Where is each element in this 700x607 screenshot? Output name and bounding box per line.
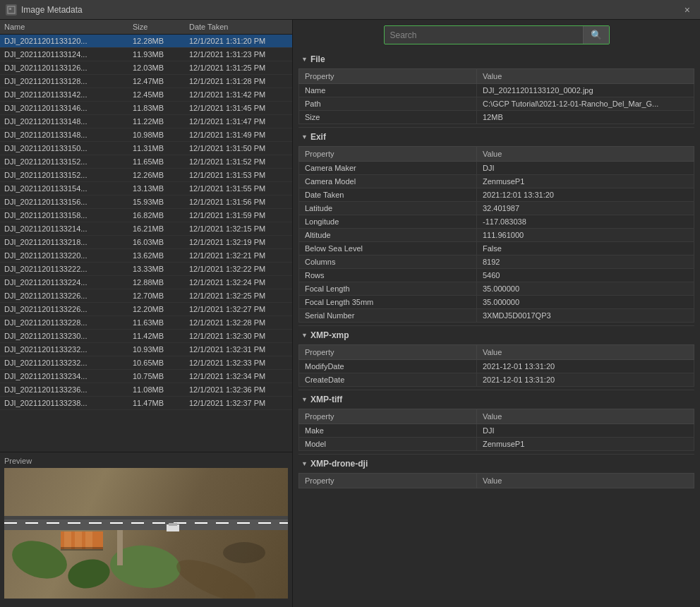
file-row[interactable]: DJI_20211201133224... 12.88MB 12/1/2021 … [0, 276, 292, 289]
file-date: 12/1/2021 1:32:28 PM [189, 318, 288, 327]
file-name: DJI_20211201133154... [4, 184, 133, 193]
file-date: 12/1/2021 1:32:21 PM [189, 251, 288, 260]
file-size: 10.98MB [133, 131, 189, 139]
file-name: DJI_20211201133142... [4, 90, 133, 99]
file-row[interactable]: DJI_20211201133156... 15.93MB 12/1/2021 … [0, 196, 292, 209]
file-name: DJI_20211201133230... [4, 332, 133, 340]
prop-cell: Size [299, 111, 477, 124]
file-row[interactable]: DJI_20211201133150... 11.31MB 12/1/2021 … [0, 142, 292, 155]
file-list-scroll[interactable]: DJI_20211201133120... 12.28MB 12/1/2021 … [0, 35, 292, 452]
val-cell: 35.000000 [477, 282, 694, 296]
section-xmpdrone-header[interactable]: ▼ XMP-drone-dji [298, 454, 694, 473]
file-name: DJI_20211201133156... [4, 198, 133, 206]
file-row[interactable]: DJI_20211201133146... 11.83MB 12/1/2021 … [0, 102, 292, 115]
file-row[interactable]: DJI_20211201133148... 10.98MB 12/1/2021 … [0, 128, 292, 142]
close-button[interactable]: × [680, 3, 694, 17]
file-row[interactable]: DJI_20211201133226... 12.70MB 12/1/2021 … [0, 289, 292, 303]
file-date: 12/1/2021 1:32:33 PM [189, 359, 288, 367]
table-row: Size 12MB [299, 111, 694, 124]
table-row: Focal Length 35mm 35.000000 [299, 296, 694, 309]
file-row[interactable]: DJI_20211201133220... 13.62MB 12/1/2021 … [0, 249, 292, 263]
prop-cell: ModifyDate [299, 360, 477, 373]
file-row[interactable]: DJI_20211201133124... 11.93MB 12/1/2021 … [0, 48, 292, 61]
file-row[interactable]: DJI_20211201133148... 11.22MB 12/1/2021 … [0, 115, 292, 128]
file-name: DJI_20211201133234... [4, 372, 133, 380]
section-exif-header[interactable]: ▼ Exif [298, 127, 694, 146]
file-date: 12/1/2021 1:31:47 PM [189, 117, 288, 126]
file-row[interactable]: DJI_20211201133142... 12.45MB 12/1/2021 … [0, 88, 292, 102]
file-row[interactable]: DJI_20211201133230... 11.42MB 12/1/2021 … [0, 330, 292, 343]
file-name: DJI_20211201133218... [4, 238, 133, 246]
xmptiff-val-header: Value [477, 409, 694, 424]
file-row[interactable]: DJI_20211201133214... 16.21MB 12/1/2021 … [0, 222, 292, 236]
table-row: Camera Maker DJI [299, 162, 694, 175]
section-xmpxmp-label: XMP-xmp [310, 330, 349, 340]
file-size: 12.45MB [133, 90, 189, 99]
prop-cell: Model [299, 438, 477, 451]
file-size: 11.93MB [133, 50, 189, 59]
file-row[interactable]: DJI_20211201133128... 12.47MB 12/1/2021 … [0, 75, 292, 88]
file-date: 12/1/2021 1:31:28 PM [189, 77, 288, 85]
file-row[interactable]: DJI_20211201133238... 11.47MB 12/1/2021 … [0, 397, 292, 410]
table-row: Model ZenmuseP1 [299, 438, 694, 451]
exif-prop-header: Property [299, 147, 477, 162]
file-row[interactable]: DJI_20211201133152... 11.65MB 12/1/2021 … [0, 155, 292, 169]
file-row[interactable]: DJI_20211201133236... 11.08MB 12/1/2021 … [0, 383, 292, 397]
file-name: DJI_20211201133126... [4, 64, 133, 72]
file-row[interactable]: DJI_20211201133228... 11.63MB 12/1/2021 … [0, 316, 292, 330]
file-row[interactable]: DJI_20211201133218... 16.03MB 12/1/2021 … [0, 236, 292, 249]
file-row[interactable]: DJI_20211201133158... 16.82MB 12/1/2021 … [0, 209, 292, 222]
file-size: 11.63MB [133, 318, 189, 327]
prop-cell: Longitude [299, 215, 477, 229]
file-row[interactable]: DJI_20211201133152... 12.26MB 12/1/2021 … [0, 169, 292, 182]
file-size: 12.26MB [133, 171, 189, 179]
search-input[interactable] [385, 27, 583, 44]
file-row[interactable]: DJI_20211201133232... 10.65MB 12/1/2021 … [0, 356, 292, 370]
file-row[interactable]: DJI_20211201133222... 13.33MB 12/1/2021 … [0, 263, 292, 276]
file-size: 12.03MB [133, 64, 189, 72]
file-size: 11.31MB [133, 144, 189, 152]
file-row[interactable]: DJI_20211201133226... 12.20MB 12/1/2021 … [0, 303, 292, 316]
file-name: DJI_20211201133226... [4, 305, 133, 313]
prop-cell: Focal Length 35mm [299, 296, 477, 309]
metadata-scroll[interactable]: ▼ File Property Value Name DJI_202112011… [293, 50, 700, 607]
section-xmpxmp-header[interactable]: ▼ XMP-xmp [298, 325, 694, 344]
xmpxmp-val-header: Value [477, 345, 694, 360]
file-size: 10.75MB [133, 372, 189, 380]
section-file-header[interactable]: ▼ File [298, 50, 694, 68]
prop-cell: Focal Length [299, 282, 477, 296]
file-row[interactable]: DJI_20211201133126... 12.03MB 12/1/2021 … [0, 61, 292, 75]
section-xmpdrone-label: XMP-drone-dji [310, 459, 368, 469]
file-name: DJI_20211201133238... [4, 399, 133, 407]
val-cell: False [477, 242, 694, 256]
file-row[interactable]: DJI_20211201133234... 10.75MB 12/1/2021 … [0, 370, 292, 383]
file-date: 12/1/2021 1:32:30 PM [189, 332, 288, 340]
file-size: 11.65MB [133, 157, 189, 166]
table-row: Make DJI [299, 424, 694, 438]
file-name: DJI_20211201133152... [4, 171, 133, 179]
search-button[interactable]: 🔍 [583, 26, 609, 44]
file-name: DJI_20211201133150... [4, 144, 133, 152]
exif-chevron-icon: ▼ [301, 133, 308, 140]
right-panel: 🔍 ▼ File Property Value Name DJI_2021120… [293, 20, 700, 607]
prop-cell: Below Sea Level [299, 242, 477, 256]
xmpxmp-table: Property Value ModifyDate 2021-12-01 13:… [298, 344, 694, 387]
val-cell: DJI [477, 162, 694, 175]
file-row[interactable]: DJI_20211201133154... 13.13MB 12/1/2021 … [0, 182, 292, 196]
val-cell: 8192 [477, 256, 694, 269]
file-name: DJI_20211201133152... [4, 157, 133, 166]
val-cell: C:\GCP Tutorial\2021-12-01-Rancho_Del_Ma… [477, 97, 694, 111]
xmpdrone-table: Property Value [298, 473, 694, 488]
file-table: Property Value Name DJI_20211201133120_0… [298, 68, 694, 124]
file-size: 12.28MB [133, 37, 189, 45]
file-row[interactable]: DJI_20211201133232... 10.93MB 12/1/2021 … [0, 343, 292, 356]
table-row: Camera Model ZenmuseP1 [299, 175, 694, 188]
file-row[interactable]: DJI_20211201133120... 12.28MB 12/1/2021 … [0, 35, 292, 48]
prop-cell: Camera Maker [299, 162, 477, 175]
file-date: 12/1/2021 1:31:20 PM [189, 37, 288, 45]
section-xmptiff-header[interactable]: ▼ XMP-tiff [298, 390, 694, 409]
xmpxmp-chevron-icon: ▼ [301, 332, 308, 339]
file-size: 16.21MB [133, 224, 189, 233]
val-cell: 5460 [477, 269, 694, 282]
title-bar: Image Metadata × [0, 0, 700, 20]
